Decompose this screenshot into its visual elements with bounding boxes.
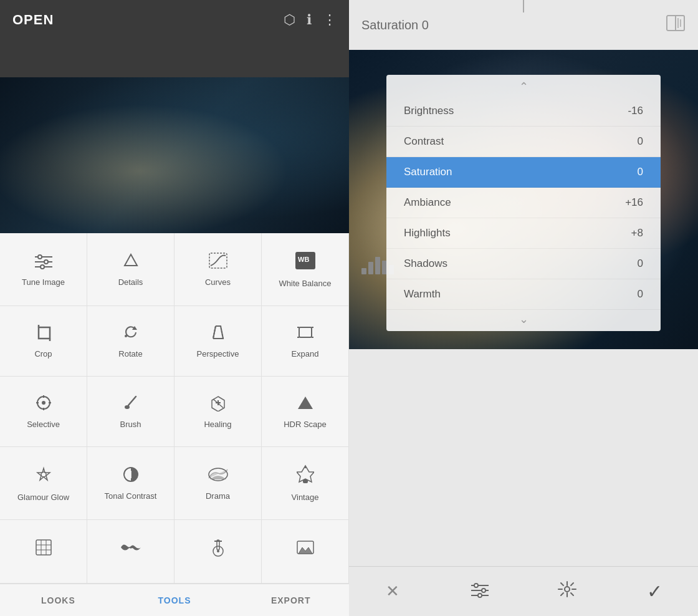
selective-label: Selective	[27, 420, 60, 430]
drama-label: Drama	[206, 491, 230, 501]
svg-line-31	[128, 397, 136, 405]
nav-tools[interactable]: TOOLS	[117, 584, 233, 616]
tonal-contrast-label: Tonal Contrast	[105, 491, 157, 501]
image-area: ⌃ Brightness -16 Contrast 0 Saturation 0…	[349, 50, 698, 349]
adj-row-ambiance[interactable]: Ambiance +16	[386, 188, 661, 218]
svg-rect-43	[303, 479, 308, 483]
rotate-icon	[122, 324, 140, 344]
layers-icon[interactable]: ⬡	[284, 12, 295, 28]
tool-glamour-glow[interactable]: Glamour Glow	[0, 447, 87, 520]
tools-grid: Tune Image Details Curves	[0, 233, 349, 584]
hist-bar-3	[375, 257, 380, 274]
mustache-icon	[120, 540, 142, 558]
tool-brush[interactable]: Brush	[87, 377, 174, 447]
svg-marker-6	[125, 254, 137, 266]
panel-arrow-up[interactable]: ⌃	[386, 75, 661, 96]
tool-hdr-scape[interactable]: HDR Scape	[262, 377, 349, 447]
svg-point-39	[41, 472, 46, 477]
preview-image	[0, 77, 349, 233]
svg-point-4	[44, 260, 48, 264]
svg-rect-10	[39, 327, 50, 339]
svg-line-71	[571, 593, 573, 595]
hist-bar-2	[368, 262, 373, 274]
tonal-contrast-icon	[122, 466, 140, 486]
tool-expand[interactable]: Expand	[262, 306, 349, 377]
expand-label: Expand	[291, 349, 318, 359]
svg-line-70	[561, 583, 563, 585]
perspective-icon	[208, 324, 228, 344]
vintage-label: Vintage	[292, 493, 319, 503]
grid-icon	[35, 539, 52, 559]
divider	[523, 0, 524, 12]
svg-point-26	[42, 401, 45, 405]
compare-icon[interactable]	[666, 14, 686, 36]
cancel-icon: ✕	[386, 582, 399, 601]
image-preview	[0, 77, 349, 233]
checkmark-icon: ✓	[647, 580, 662, 602]
bottom-nav: LOOKS TOOLS EXPORT	[0, 584, 349, 616]
info-icon[interactable]: ℹ	[307, 12, 312, 28]
panel-arrow-down[interactable]: ⌄	[386, 310, 661, 331]
tool-looks7[interactable]	[262, 520, 349, 584]
bottom-controls: ✕	[349, 566, 698, 616]
sliders-button[interactable]	[464, 576, 495, 607]
perspective-label: Perspective	[197, 349, 239, 359]
svg-point-63	[474, 584, 478, 587]
adj-row-shadows[interactable]: Shadows 0	[386, 249, 661, 279]
tool-looks5[interactable]	[87, 520, 174, 584]
top-icons: ⬡ ℹ ⋮	[284, 12, 337, 28]
tool-curves[interactable]: Curves	[174, 233, 262, 306]
svg-marker-37	[298, 397, 313, 409]
hist-bar-1	[361, 268, 366, 274]
sliders-icon	[470, 580, 490, 602]
saturation-title: Saturation 0	[361, 18, 429, 32]
confirm-button[interactable]: ✓	[639, 576, 670, 607]
svg-point-32	[125, 405, 130, 409]
svg-line-72	[571, 583, 573, 585]
auto-button[interactable]	[552, 576, 583, 607]
vintage-icon	[297, 464, 314, 488]
selective-icon	[35, 394, 52, 415]
tool-white-balance[interactable]: WB White Balance	[262, 233, 349, 306]
tool-crop[interactable]: Crop	[0, 306, 87, 377]
white-balance-icon: WB	[294, 251, 317, 274]
tool-tonal-contrast[interactable]: Tonal Contrast	[87, 447, 174, 520]
adj-row-saturation[interactable]: Saturation 0	[386, 157, 661, 188]
tool-drama[interactable]: Drama	[174, 447, 262, 520]
svg-marker-55	[299, 547, 312, 554]
adj-row-brightness[interactable]: Brightness -16	[386, 96, 661, 127]
crop-icon	[35, 324, 52, 344]
curves-icon	[208, 252, 228, 272]
tool-vintage[interactable]: Vintage	[262, 447, 349, 520]
left-panel: OPEN ⬡ ℹ ⋮ Tune Image	[0, 0, 349, 616]
tool-healing[interactable]: Healing	[174, 377, 262, 447]
expand-icon	[297, 324, 314, 344]
adj-row-contrast[interactable]: Contrast 0	[386, 127, 661, 157]
guitar-icon	[209, 537, 227, 561]
nav-export[interactable]: EXPORT	[232, 584, 349, 616]
right-panel: Saturation 0 ⌃ Brightness -16 Contrast 0	[349, 0, 698, 616]
svg-marker-38	[37, 468, 50, 480]
auto-icon	[557, 580, 577, 602]
glamour-glow-label: Glamour Glow	[17, 493, 69, 503]
svg-point-3	[38, 255, 42, 259]
tool-details[interactable]: Details	[87, 233, 174, 306]
more-icon[interactable]: ⋮	[323, 12, 337, 28]
nav-looks[interactable]: LOOKS	[0, 584, 117, 616]
svg-rect-20	[299, 327, 312, 337]
tool-looks4[interactable]	[0, 520, 87, 584]
adj-row-warmth[interactable]: Warmth 0	[386, 279, 661, 310]
svg-line-16	[213, 326, 216, 339]
tool-rotate[interactable]: Rotate	[87, 306, 174, 377]
svg-point-74	[565, 587, 570, 592]
tool-perspective[interactable]: Perspective	[174, 306, 262, 377]
tool-tune-image[interactable]: Tune Image	[0, 233, 87, 306]
tool-looks6[interactable]	[174, 520, 262, 584]
drama-icon	[208, 466, 229, 486]
tool-selective[interactable]: Selective	[0, 377, 87, 447]
crop-label: Crop	[34, 349, 52, 359]
adj-row-highlights[interactable]: Highlights +8	[386, 218, 661, 249]
open-button[interactable]: OPEN	[12, 12, 54, 28]
svg-point-65	[478, 594, 482, 597]
cancel-button[interactable]: ✕	[377, 576, 408, 607]
